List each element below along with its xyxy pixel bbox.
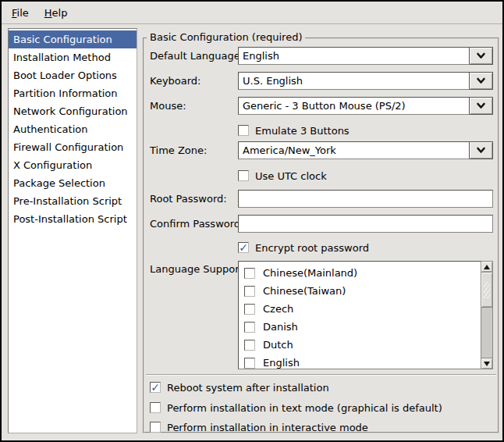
- panel-title: Basic Configuration (required): [147, 31, 305, 43]
- default-language-dropdown-button[interactable]: [470, 47, 493, 65]
- default-language-label: Default Language:: [150, 50, 243, 62]
- encrypt-root-password-label[interactable]: Encrypt root password: [255, 242, 369, 254]
- sidebar-item-pre-installation-script[interactable]: Pre-Installation Script: [9, 192, 137, 210]
- language-option-chinese-mainland[interactable]: Chinese(Mainland): [239, 264, 481, 282]
- text-mode-install-label[interactable]: Perform installation in text mode (graph…: [167, 402, 442, 414]
- confirm-password-input[interactable]: [238, 215, 493, 233]
- sidebar-item-network-configuration[interactable]: Network Configuration: [9, 102, 137, 120]
- menu-help[interactable]: Help: [37, 3, 76, 23]
- time-zone-label: Time Zone:: [150, 144, 207, 156]
- chevron-down-icon: [476, 77, 486, 84]
- reboot-after-install-label[interactable]: Reboot system after installation: [167, 382, 329, 394]
- triangle-down-icon: [484, 362, 490, 366]
- menubar: File Help: [2, 2, 502, 24]
- mouse-combo[interactable]: Generic - 3 Button Mouse (PS/2): [238, 97, 493, 115]
- menu-file[interactable]: File: [4, 3, 37, 23]
- time-zone-value[interactable]: America/New_York: [238, 141, 470, 159]
- language-support-label: Language Support:: [150, 263, 247, 275]
- language-checkbox[interactable]: [244, 286, 255, 297]
- root-password-row: Root Password:: [150, 190, 493, 208]
- interactive-mode-install-checkbox[interactable]: [150, 422, 161, 433]
- sidebar-item-authentication[interactable]: Authentication: [9, 120, 137, 138]
- scroll-up-button[interactable]: [481, 261, 493, 273]
- language-option-label[interactable]: Czech: [263, 303, 293, 315]
- mouse-row: Mouse: Generic - 3 Button Mouse (PS/2): [150, 97, 493, 115]
- interactive-mode-install-label[interactable]: Perform installation in interactive mode: [167, 422, 368, 433]
- text-mode-install-row: Perform installation in text mode (graph…: [150, 401, 442, 414]
- language-checkbox[interactable]: [244, 322, 255, 333]
- language-option-danish[interactable]: Danish: [239, 318, 481, 336]
- language-checkbox[interactable]: [244, 268, 255, 279]
- encrypt-root-password-checkbox[interactable]: [238, 242, 249, 253]
- kickstart-configurator-window: File Help Basic Configuration Installati…: [0, 0, 504, 442]
- use-utc-checkbox[interactable]: [238, 170, 249, 181]
- emulate-3-buttons-row: Emulate 3 Buttons: [238, 124, 350, 137]
- sidebar-item-firewall-configuration[interactable]: Firewall Configuration: [9, 138, 137, 156]
- default-language-combo[interactable]: English: [238, 47, 493, 65]
- triangle-up-icon: [484, 265, 490, 269]
- language-checkbox[interactable]: [244, 304, 255, 315]
- language-option-label[interactable]: Dutch: [263, 339, 293, 351]
- mouse-label: Mouse:: [150, 100, 186, 112]
- time-zone-dropdown-button[interactable]: [470, 141, 493, 159]
- keyboard-dropdown-button[interactable]: [470, 72, 493, 90]
- text-mode-install-checkbox[interactable]: [150, 402, 161, 413]
- sidebar-item-basic-configuration[interactable]: Basic Configuration: [9, 30, 137, 48]
- time-zone-combo[interactable]: America/New_York: [238, 141, 493, 159]
- encrypt-root-password-row: Encrypt root password: [238, 241, 369, 254]
- scrollbar-thumb[interactable]: [481, 272, 493, 308]
- sidebar-nav: Basic Configuration Installation Method …: [8, 28, 137, 433]
- chevron-down-icon: [476, 147, 486, 154]
- sidebar-item-x-configuration[interactable]: X Configuration: [9, 156, 137, 174]
- language-option-label[interactable]: English: [263, 357, 300, 369]
- language-checkbox[interactable]: [244, 358, 255, 369]
- use-utc-row: Use UTC clock: [238, 169, 327, 182]
- language-option-chinese-taiwan[interactable]: Chinese(Taiwan): [239, 282, 481, 300]
- separator: [146, 374, 496, 376]
- language-option-english[interactable]: English: [239, 354, 481, 369]
- keyboard-value[interactable]: U.S. English: [238, 72, 470, 90]
- confirm-password-label: Confirm Password:: [150, 218, 243, 230]
- sidebar-item-boot-loader-options[interactable]: Boot Loader Options: [9, 66, 137, 84]
- use-utc-label[interactable]: Use UTC clock: [255, 170, 327, 182]
- language-support-list: Chinese(Mainland) Chinese(Taiwan) Czech …: [238, 261, 493, 369]
- chevron-down-icon: [476, 102, 486, 109]
- sidebar-item-post-installation-script[interactable]: Post-Installation Script: [9, 210, 137, 228]
- sidebar-item-partition-information[interactable]: Partition Information: [9, 84, 137, 102]
- default-language-value[interactable]: English: [238, 47, 470, 65]
- language-option-czech[interactable]: Czech: [239, 300, 481, 318]
- sidebar-item-package-selection[interactable]: Package Selection: [9, 174, 137, 192]
- keyboard-combo[interactable]: U.S. English: [238, 72, 493, 90]
- root-password-input[interactable]: [238, 190, 493, 208]
- keyboard-label: Keyboard:: [150, 75, 201, 87]
- language-list-scrollbar[interactable]: [481, 261, 493, 369]
- language-option-dutch[interactable]: Dutch: [239, 336, 481, 354]
- confirm-password-row: Confirm Password:: [150, 215, 493, 233]
- language-option-label[interactable]: Danish: [263, 321, 298, 333]
- chevron-down-icon: [476, 52, 486, 59]
- sidebar-item-installation-method[interactable]: Installation Method: [9, 48, 137, 66]
- scroll-down-button[interactable]: [481, 358, 493, 369]
- basic-configuration-panel: Basic Configuration (required) Default L…: [143, 37, 499, 433]
- keyboard-row: Keyboard: U.S. English: [150, 72, 493, 90]
- time-zone-row: Time Zone: America/New_York: [150, 141, 493, 159]
- language-support-row: Language Support: Chinese(Mainland) Chin…: [150, 261, 493, 369]
- language-option-label[interactable]: Chinese(Mainland): [263, 267, 357, 279]
- language-option-label[interactable]: Chinese(Taiwan): [263, 285, 346, 297]
- mouse-dropdown-button[interactable]: [470, 97, 493, 115]
- root-password-label: Root Password:: [150, 193, 227, 205]
- emulate-3-buttons-checkbox[interactable]: [238, 125, 249, 136]
- reboot-after-install-row: Reboot system after installation: [150, 381, 329, 394]
- interactive-mode-install-row: Perform installation in interactive mode: [150, 421, 368, 433]
- reboot-after-install-checkbox[interactable]: [150, 382, 161, 393]
- emulate-3-buttons-label[interactable]: Emulate 3 Buttons: [255, 125, 350, 137]
- mouse-value[interactable]: Generic - 3 Button Mouse (PS/2): [238, 97, 470, 115]
- default-language-row: Default Language: English: [150, 47, 493, 65]
- language-checkbox[interactable]: [244, 340, 255, 351]
